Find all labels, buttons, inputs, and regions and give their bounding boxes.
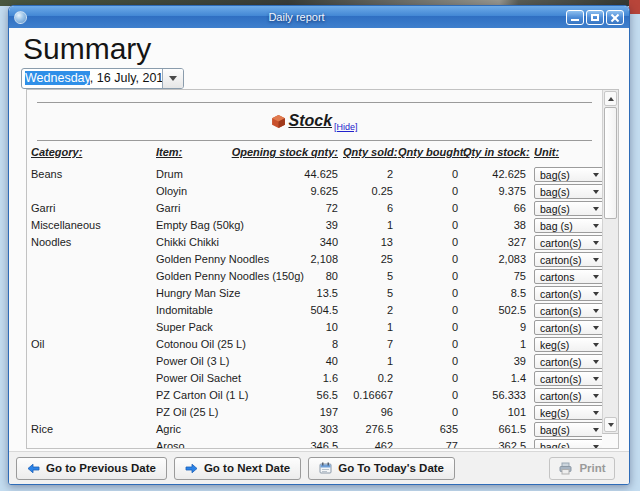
footer-toolbar: Go to Previous Date Go to Next Date Go T…: [9, 451, 629, 484]
cell-qnty-sold: 5: [343, 285, 393, 302]
cell-qty-in-stock: 42.625: [463, 166, 526, 183]
cell-opening-stock: 2,108: [227, 251, 338, 268]
chevron-down-icon: [593, 207, 599, 211]
cell-category: Beans: [31, 166, 151, 183]
close-button[interactable]: [606, 10, 624, 25]
cell-qnty-sold: 462: [343, 438, 393, 448]
cell-qty-in-stock: 9: [463, 319, 526, 336]
scroll-down-button[interactable]: [604, 417, 617, 432]
arrow-left-icon: [27, 463, 40, 474]
go-next-date-button[interactable]: Go to Next Date: [174, 457, 301, 480]
unit-value: carton(s): [540, 390, 581, 402]
vertical-scrollbar[interactable]: [602, 90, 618, 434]
cell-qty-in-stock: 1.4: [463, 370, 526, 387]
printer-icon: [558, 462, 573, 475]
unit-select[interactable]: bag(s): [534, 184, 602, 199]
unit-select[interactable]: cartons: [534, 269, 602, 284]
titlebar[interactable]: Daily report: [9, 6, 629, 28]
scrollbar-thumb[interactable]: [604, 107, 617, 219]
table-row: Power Oil Sachet 1.6 0.2 0 1.4 carton(s): [27, 370, 602, 387]
maximize-button[interactable]: [586, 10, 604, 25]
scroll-up-button[interactable]: [604, 91, 617, 106]
unit-select[interactable]: carton(s): [534, 235, 602, 250]
unit-select[interactable]: carton(s): [534, 371, 602, 386]
cell-qnty-sold: 5: [343, 268, 393, 285]
table-row: Aroso 346.5 462 77 362.5 bag(s): [27, 438, 602, 448]
unit-value: keg(s): [540, 339, 569, 351]
cell-opening-stock: 340: [227, 234, 338, 251]
date-dropdown-button[interactable]: [162, 69, 183, 88]
unit-select[interactable]: carton(s): [534, 354, 602, 369]
cell-category: [31, 268, 151, 285]
chevron-down-icon: [593, 428, 599, 432]
unit-select[interactable]: bag(s): [534, 422, 602, 437]
date-rest-text: , 16 July, 2014: [90, 71, 162, 85]
cell-qnty-bought: 0: [398, 353, 458, 370]
unit-select[interactable]: bag(s): [534, 201, 602, 216]
print-button[interactable]: Print: [549, 457, 615, 480]
cell-qty-in-stock: 362.5: [463, 438, 526, 448]
chevron-down-icon: [608, 423, 614, 427]
unit-select[interactable]: carton(s): [534, 303, 602, 318]
cell-qnty-bought: 0: [398, 285, 458, 302]
cell-opening-stock: 56.5: [227, 387, 338, 404]
unit-select[interactable]: keg(s): [534, 337, 602, 352]
cell-qty-in-stock: 1: [463, 336, 526, 353]
date-value[interactable]: Wednesday, 16 July, 2014: [22, 69, 162, 88]
cell-qnty-sold: 7: [343, 336, 393, 353]
cell-qnty-bought: 0: [398, 404, 458, 421]
cell-qnty-bought: 0: [398, 166, 458, 183]
cell-opening-stock: 1.6: [227, 370, 338, 387]
unit-select[interactable]: carton(s): [534, 320, 602, 335]
table-row: Golden Penny Noodles 2,108 25 0 2,083 ca…: [27, 251, 602, 268]
hide-link[interactable]: [Hide]: [334, 122, 358, 132]
unit-select[interactable]: carton(s): [534, 252, 602, 267]
unit-value: bag (s): [540, 220, 573, 232]
window-title: Daily report: [27, 11, 566, 23]
cell-qty-in-stock: 9.375: [463, 183, 526, 200]
cell-category: [31, 302, 151, 319]
column-header-sold: Qnty sold:: [343, 144, 393, 161]
stock-report-panel: Stock [Hide] Category: Item: Opening sto…: [26, 89, 619, 449]
unit-select[interactable]: bag(s): [534, 439, 602, 448]
chevron-down-icon: [593, 360, 599, 364]
cell-category: [31, 183, 151, 200]
daily-report-window: Daily report Summary Wednesday, 16 July,…: [8, 5, 630, 485]
cell-category: [31, 285, 151, 302]
date-combobox[interactable]: Wednesday, 16 July, 2014: [21, 68, 184, 89]
divider: [37, 140, 592, 141]
table-row: Golden Penny Noodles (150g) 80 5 0 75 ca…: [27, 268, 602, 285]
cell-qty-in-stock: 2,083: [463, 251, 526, 268]
table-row: Hungry Man Size 13.5 5 0 8.5 carton(s): [27, 285, 602, 302]
cell-category: [31, 387, 151, 404]
go-previous-date-button[interactable]: Go to Previous Date: [16, 457, 167, 480]
chevron-down-icon: [593, 275, 599, 279]
cell-category: [31, 370, 151, 387]
unit-select[interactable]: carton(s): [534, 388, 602, 403]
date-selected-text: Wednesday: [25, 71, 90, 85]
column-header-bought: Qnty bought:: [398, 144, 458, 161]
go-today-date-button[interactable]: Go To Today's Date: [308, 457, 455, 480]
cell-qty-in-stock: 39: [463, 353, 526, 370]
unit-value: carton(s): [540, 288, 581, 300]
unit-value: bag(s): [540, 186, 570, 198]
unit-select[interactable]: bag (s): [534, 218, 602, 233]
cell-opening-stock: 10: [227, 319, 338, 336]
table-header-row: Category: Item: Opening stock qnty: Qnty…: [27, 144, 602, 164]
cell-category: [31, 438, 151, 448]
unit-select[interactable]: bag(s): [534, 167, 602, 182]
cell-qnty-sold: 1: [343, 217, 393, 234]
unit-value: bag(s): [540, 441, 570, 449]
calendar-icon: [319, 462, 332, 474]
cell-qnty-bought: 0: [398, 302, 458, 319]
cell-qty-in-stock: 75: [463, 268, 526, 285]
cell-qnty-bought: 0: [398, 370, 458, 387]
cell-qty-in-stock: 8.5: [463, 285, 526, 302]
unit-select[interactable]: carton(s): [534, 286, 602, 301]
unit-select[interactable]: keg(s): [534, 405, 602, 420]
cell-qnty-bought: 0: [398, 217, 458, 234]
unit-value: bag(s): [540, 169, 570, 181]
minimize-button[interactable]: [566, 10, 584, 25]
cell-opening-stock: 303: [227, 421, 338, 438]
arrow-right-icon: [185, 463, 198, 474]
